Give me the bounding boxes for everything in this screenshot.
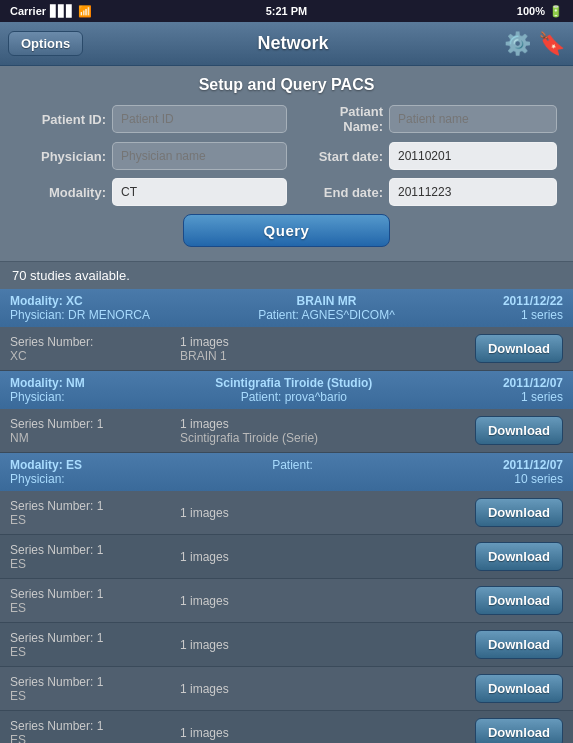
study-physician-0: Physician: DR MENORCA bbox=[10, 308, 150, 322]
study-header-right-1: 2011/12/07 1 series bbox=[503, 376, 563, 404]
study-list: Modality: XC Physician: DR MENORCA BRAIN… bbox=[0, 289, 573, 743]
start-date-label: Start date: bbox=[303, 149, 383, 164]
series-row-2-5: Series Number: 1 ES 1 images Download bbox=[0, 711, 573, 743]
modality-input[interactable] bbox=[112, 178, 287, 206]
gear-icon[interactable]: ⚙️ bbox=[503, 30, 531, 58]
series-row-2-3: Series Number: 1 ES 1 images Download bbox=[0, 623, 573, 667]
series-images-2-0: 1 images bbox=[180, 506, 475, 520]
study-modality-2: Modality: ES bbox=[10, 458, 82, 472]
study-date-2: 2011/12/07 bbox=[503, 458, 563, 472]
study-patient-2: Patient: bbox=[82, 458, 503, 472]
series-row-2-2: Series Number: 1 ES 1 images Download bbox=[0, 579, 573, 623]
study-modality-0: Modality: XC bbox=[10, 294, 150, 308]
studies-count: 70 studies available. bbox=[0, 262, 573, 289]
series-desc-text-1-0: Scintigrafia Tiroide (Serie) bbox=[180, 431, 475, 445]
series-number-0-0: Series Number: bbox=[10, 335, 180, 349]
study-series-count-0: 1 series bbox=[503, 308, 563, 322]
study-physician-2: Physician: bbox=[10, 472, 82, 486]
download-button-2-3[interactable]: Download bbox=[475, 630, 563, 659]
signal-icon: ▋▋▋ bbox=[50, 5, 74, 18]
patient-name-input[interactable] bbox=[389, 105, 557, 133]
series-modality-name-1-0: NM bbox=[10, 431, 180, 445]
setup-form: Setup and Query PACS Patient ID: Patiant… bbox=[0, 66, 573, 262]
patient-id-row: Patient ID: Patiant Name: bbox=[16, 104, 557, 134]
series-info-center-1-0: 1 images Scintigrafia Tiroide (Serie) bbox=[180, 417, 475, 445]
series-modality-name-2-5: ES bbox=[10, 733, 180, 744]
study-desc-0: BRAIN MR bbox=[150, 294, 503, 308]
series-number-2-1: Series Number: 1 bbox=[10, 543, 180, 557]
modality-row: Modality: End date: bbox=[16, 178, 557, 206]
series-modality-name-0-0: XC bbox=[10, 349, 180, 363]
end-date-input[interactable] bbox=[389, 178, 557, 206]
series-modality-name-2-1: ES bbox=[10, 557, 180, 571]
series-row-0-0: Series Number: XC 1 images BRAIN 1 Downl… bbox=[0, 327, 573, 371]
series-info-center-2-0: 1 images bbox=[180, 506, 475, 520]
series-images-2-1: 1 images bbox=[180, 550, 475, 564]
series-number-2-2: Series Number: 1 bbox=[10, 587, 180, 601]
physician-row: Physician: Start date: bbox=[16, 142, 557, 170]
end-date-container: End date: bbox=[303, 178, 557, 206]
series-row-2-4: Series Number: 1 ES 1 images Download bbox=[0, 667, 573, 711]
study-date-0: 2011/12/22 bbox=[503, 294, 563, 308]
download-button-2-0[interactable]: Download bbox=[475, 498, 563, 527]
study-header-center-2: Patient: bbox=[82, 458, 503, 486]
download-button-2-1[interactable]: Download bbox=[475, 542, 563, 571]
physician-label: Physician: bbox=[16, 149, 106, 164]
series-modality-name-2-0: ES bbox=[10, 513, 180, 527]
end-date-label: End date: bbox=[303, 185, 383, 200]
download-button-2-5[interactable]: Download bbox=[475, 718, 563, 743]
series-images-1-0: 1 images bbox=[180, 417, 475, 431]
series-number-2-0: Series Number: 1 bbox=[10, 499, 180, 513]
series-info-left-2-2: Series Number: 1 ES bbox=[10, 587, 180, 615]
download-button-1-0[interactable]: Download bbox=[475, 416, 563, 445]
battery-icon: 🔋 bbox=[549, 5, 563, 18]
query-button[interactable]: Query bbox=[183, 214, 391, 247]
study-header-right-0: 2011/12/22 1 series bbox=[503, 294, 563, 322]
series-modality-name-2-4: ES bbox=[10, 689, 180, 703]
query-btn-row: Query bbox=[16, 214, 557, 247]
series-info-left-2-1: Series Number: 1 ES bbox=[10, 543, 180, 571]
download-button-2-2[interactable]: Download bbox=[475, 586, 563, 615]
series-info-left-1-0: Series Number: 1 NM bbox=[10, 417, 180, 445]
series-row-2-0: Series Number: 1 ES 1 images Download bbox=[0, 491, 573, 535]
study-header-left-0: Modality: XC Physician: DR MENORCA bbox=[10, 294, 150, 322]
patient-name-label: Patiant Name: bbox=[303, 104, 383, 134]
wifi-icon: 📶 bbox=[78, 5, 92, 18]
download-button-2-4[interactable]: Download bbox=[475, 674, 563, 703]
study-modality-1: Modality: NM bbox=[10, 376, 85, 390]
series-info-center-2-2: 1 images bbox=[180, 594, 475, 608]
series-row-2-1: Series Number: 1 ES 1 images Download bbox=[0, 535, 573, 579]
study-date-1: 2011/12/07 bbox=[503, 376, 563, 390]
study-physician-1: Physician: bbox=[10, 390, 85, 404]
study-series-count-1: 1 series bbox=[503, 390, 563, 404]
physician-input[interactable] bbox=[112, 142, 287, 170]
series-info-left-0-0: Series Number: XC bbox=[10, 335, 180, 363]
series-info-left-2-5: Series Number: 1 ES bbox=[10, 719, 180, 744]
series-desc-text-0-0: BRAIN 1 bbox=[180, 349, 475, 363]
study-header-0: Modality: XC Physician: DR MENORCA BRAIN… bbox=[0, 289, 573, 327]
setup-title: Setup and Query PACS bbox=[16, 76, 557, 94]
series-images-2-2: 1 images bbox=[180, 594, 475, 608]
time-label: 5:21 PM bbox=[266, 5, 308, 17]
series-images-2-4: 1 images bbox=[180, 682, 475, 696]
study-header-right-2: 2011/12/07 10 series bbox=[503, 458, 563, 486]
start-date-input[interactable] bbox=[389, 142, 557, 170]
status-right: 100% 🔋 bbox=[517, 5, 563, 18]
series-info-center-2-5: 1 images bbox=[180, 726, 475, 740]
bookmark-icon[interactable]: 🔖 bbox=[537, 30, 565, 58]
status-left: Carrier ▋▋▋ 📶 bbox=[10, 5, 92, 18]
series-number-2-4: Series Number: 1 bbox=[10, 675, 180, 689]
series-modality-name-2-2: ES bbox=[10, 601, 180, 615]
series-info-left-2-3: Series Number: 1 ES bbox=[10, 631, 180, 659]
series-info-center-2-1: 1 images bbox=[180, 550, 475, 564]
series-info-center-2-3: 1 images bbox=[180, 638, 475, 652]
series-info-left-2-0: Series Number: 1 ES bbox=[10, 499, 180, 527]
series-number-1-0: Series Number: 1 bbox=[10, 417, 180, 431]
download-button-0-0[interactable]: Download bbox=[475, 334, 563, 363]
series-info-left-2-4: Series Number: 1 ES bbox=[10, 675, 180, 703]
battery-label: 100% bbox=[517, 5, 545, 17]
options-button[interactable]: Options bbox=[8, 31, 83, 56]
study-header-left-2: Modality: ES Physician: bbox=[10, 458, 82, 486]
study-header-center-0: BRAIN MR Patient: AGNES^DICOM^ bbox=[150, 294, 503, 322]
patient-id-input[interactable] bbox=[112, 105, 287, 133]
